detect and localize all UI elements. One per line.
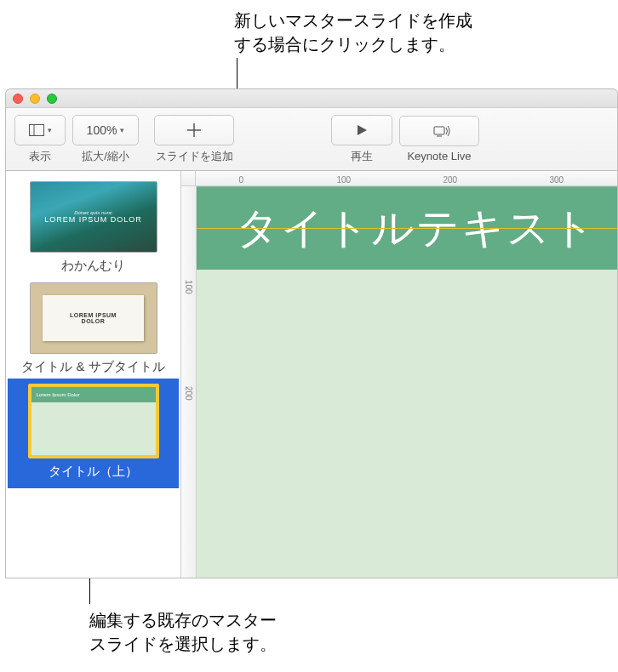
thumbnail: LOREM IPSUM DOLOR [30, 282, 157, 354]
chevron-down-icon: ▾ [120, 126, 124, 134]
callout-top-text: 新しいマスタースライドを作成する場合にクリックします。 [234, 9, 472, 56]
panel-icon [29, 124, 44, 136]
svg-rect-5 [434, 127, 444, 134]
play-icon [355, 123, 369, 137]
callout-line [237, 58, 237, 88]
zoom-label: 拡大/縮小 [82, 149, 129, 164]
thumb-header-text: Lorem Ipsum Dolor [37, 392, 80, 397]
close-icon[interactable] [13, 94, 23, 104]
ruler-mark: 200 [443, 175, 457, 185]
master-slide-item[interactable]: Donec quis nunc LOREM IPSUM DOLOR わかんむり [8, 176, 179, 277]
play-button[interactable] [331, 115, 392, 145]
ruler-mark: 100 [336, 175, 351, 185]
keynote-live-button[interactable] [399, 116, 479, 146]
broadcast-icon [427, 124, 451, 138]
thumb-subtext: Donec quis nunc [44, 210, 142, 215]
ruler-mark: 200 [184, 386, 193, 401]
thumb-title: LOREM IPSUM DOLOR [44, 215, 142, 224]
view-label: 表示 [29, 149, 51, 164]
callout-line [89, 578, 90, 604]
thumb-title-2: DOLOR [82, 318, 106, 324]
chevron-down-icon: ▾ [48, 126, 52, 134]
add-slide-label: スライドを追加 [156, 149, 233, 164]
slide-navigator: Donec quis nunc LOREM IPSUM DOLOR わかんむり … [6, 171, 181, 578]
thumb-label: タイトル & サブタイトル [21, 359, 164, 375]
horizontal-ruler[interactable]: 0100200300 [181, 171, 617, 186]
add-slide-button[interactable] [154, 115, 234, 145]
slide-title-bar: タイトルテキスト [197, 186, 617, 270]
view-button[interactable]: ▾ [14, 115, 66, 145]
alignment-guide [197, 228, 617, 229]
toolbar: ▾ 表示 100% ▾ 拡大/縮小 スライドを追加 再生 [6, 108, 617, 171]
svg-rect-0 [29, 124, 43, 135]
vertical-ruler[interactable]: 100200 [181, 186, 197, 578]
minimize-icon[interactable] [30, 94, 40, 104]
app-window: ▾ 表示 100% ▾ 拡大/縮小 スライドを追加 再生 [5, 88, 618, 578]
slide-canvas[interactable]: タイトルテキスト [197, 186, 617, 578]
ruler-mark: 100 [184, 280, 193, 294]
svg-marker-4 [358, 125, 367, 135]
plus-icon [186, 122, 203, 139]
play-label: 再生 [351, 149, 373, 164]
ruler-mark: 300 [549, 175, 564, 185]
thumb-label: タイトル（上） [49, 464, 138, 480]
zoom-icon[interactable] [47, 94, 57, 104]
zoom-value: 100% [87, 123, 117, 137]
thumb-title-1: LOREM IPSUM [70, 312, 117, 318]
thumbnail: Lorem Ipsum Dolor [28, 384, 159, 458]
main-canvas-area: 0100200300 100200 タイトルテキスト [181, 171, 617, 578]
titlebar [6, 89, 617, 108]
ruler-mark: 0 [238, 175, 243, 185]
thumb-label: わかんむり [61, 258, 125, 274]
master-slide-item-selected[interactable]: Lorem Ipsum Dolor タイトル（上） [8, 379, 179, 488]
callout-bottom-text: 編集する既存のマスタースライドを選択します。 [89, 608, 277, 656]
zoom-button[interactable]: 100% ▾ [72, 115, 139, 145]
thumbnail: Donec quis nunc LOREM IPSUM DOLOR [30, 181, 157, 253]
master-slide-item[interactable]: LOREM IPSUM DOLOR タイトル & サブタイトル [8, 277, 179, 379]
keynote-live-label: Keynote Live [407, 150, 471, 162]
